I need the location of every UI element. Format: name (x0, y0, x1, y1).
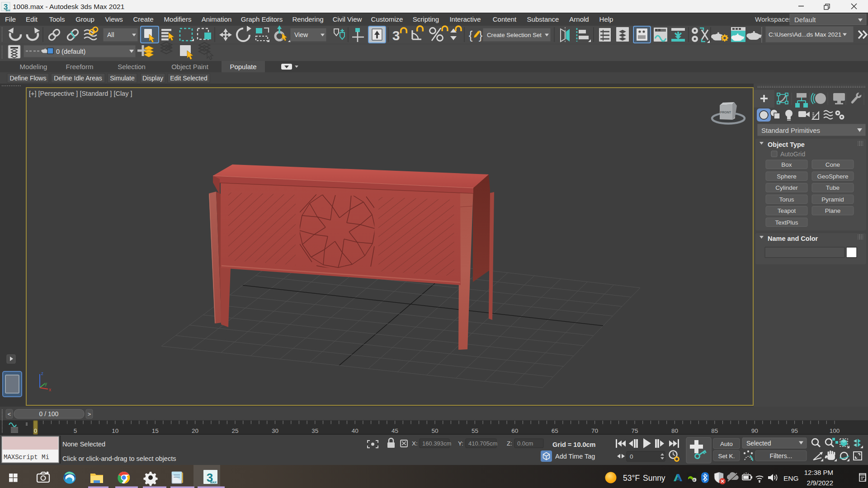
svg-text:55: 55 (472, 427, 478, 434)
svg-text:Object Paint: Object Paint (171, 63, 209, 70)
svg-text:Populate: Populate (230, 63, 256, 70)
svg-text:z: z (41, 371, 43, 376)
svg-text:75: 75 (631, 427, 638, 434)
svg-text:410.705cm: 410.705cm (468, 440, 497, 447)
svg-text:View: View (294, 31, 308, 38)
svg-text:Create: Create (133, 15, 153, 23)
svg-text:Filters...: Filters... (770, 452, 793, 460)
svg-text:TextPlus: TextPlus (775, 219, 798, 226)
svg-text:Y:: Y: (458, 440, 463, 447)
svg-text:Grid = 10.0cm: Grid = 10.0cm (552, 441, 596, 448)
svg-text:Arnold: Arnold (569, 15, 589, 23)
svg-text:Graph Editors: Graph Editors (241, 15, 283, 23)
svg-text:5: 5 (74, 427, 77, 434)
svg-text:x: x (49, 387, 51, 392)
svg-text:MAX: MAX (6, 9, 10, 12)
svg-text:Default: Default (794, 16, 816, 23)
svg-text:Substance: Substance (527, 15, 559, 23)
svg-text:Group: Group (75, 15, 94, 23)
svg-text:Workspaces:: Workspaces: (755, 15, 794, 23)
svg-text:0: 0 (630, 453, 633, 460)
svg-text:50: 50 (431, 427, 438, 434)
svg-text:80: 80 (671, 427, 678, 434)
svg-text:70: 70 (591, 427, 598, 434)
svg-text:>: > (88, 411, 91, 418)
svg-text:85: 85 (711, 427, 718, 434)
svg-text:Simulate: Simulate (110, 75, 135, 82)
svg-text:60: 60 (511, 427, 518, 434)
svg-text:}: } (479, 28, 483, 42)
svg-text:Display: Display (142, 75, 163, 82)
svg-text:Civil View: Civil View (333, 15, 362, 23)
svg-text:MAXScript Mi: MAXScript Mi (4, 454, 49, 461)
svg-text:GeoSphere: GeoSphere (817, 173, 848, 180)
svg-text:Rendering: Rendering (292, 15, 323, 23)
svg-text:Modeling: Modeling (20, 63, 47, 70)
svg-text:Modifiers: Modifiers (164, 15, 192, 23)
svg-text:MAX: MAX (210, 481, 217, 484)
svg-text:Cylinder: Cylinder (775, 184, 798, 191)
svg-text:Selected: Selected (746, 440, 771, 447)
svg-text:10: 10 (112, 427, 118, 434)
svg-text:2/9/2022: 2/9/2022 (807, 479, 833, 487)
svg-text:Create Selection Set: Create Selection Set (487, 32, 542, 38)
svg-text:Set K.: Set K. (718, 453, 735, 460)
svg-text:Standard Primitives: Standard Primitives (761, 127, 820, 134)
svg-text:1008.max - Autodesk 3ds Max 20: 1008.max - Autodesk 3ds Max 2021 (13, 3, 124, 10)
svg-text:65: 65 (552, 427, 558, 434)
svg-text:Views: Views (105, 15, 123, 23)
svg-text:Customize: Customize (371, 15, 403, 23)
svg-text:Teapot: Teapot (778, 207, 796, 214)
svg-text:Animation: Animation (202, 15, 232, 23)
svg-text:0 / 100: 0 / 100 (39, 410, 59, 418)
svg-text:Sunny: Sunny (643, 474, 665, 483)
svg-text:X:: X: (412, 440, 418, 447)
svg-text:0 (default): 0 (default) (56, 48, 85, 55)
svg-text:Help: Help (599, 15, 613, 23)
svg-text:FRONT: FRONT (720, 111, 731, 114)
svg-text:20: 20 (192, 427, 198, 434)
svg-text:Tools: Tools (49, 15, 65, 23)
svg-text:Torus: Torus (779, 196, 794, 203)
svg-text:Pyramid: Pyramid (821, 196, 844, 203)
svg-text:Auto: Auto (720, 441, 733, 447)
svg-text:Add Time Tag: Add Time Tag (555, 453, 595, 460)
svg-text:Scripting: Scripting (413, 15, 439, 23)
svg-text:Click or click-and-drag to sel: Click or click-and-drag to select object… (62, 455, 176, 462)
svg-text:<: < (8, 411, 11, 418)
svg-text:Edit Selected: Edit Selected (170, 75, 208, 82)
svg-text:30: 30 (272, 427, 278, 434)
svg-text:Content: Content (493, 15, 517, 23)
svg-text:Edit: Edit (26, 15, 38, 23)
svg-text:C:\Users\Ad...ds Max 2021: C:\Users\Ad...ds Max 2021 (769, 31, 841, 38)
svg-text:3: 3 (392, 28, 400, 43)
svg-text:35: 35 (311, 427, 318, 434)
svg-text:Interactive: Interactive (449, 15, 481, 23)
svg-text:0: 0 (34, 427, 38, 434)
svg-text:AutoGrid: AutoGrid (780, 150, 805, 158)
svg-text:12:38 PM: 12:38 PM (804, 469, 833, 476)
svg-text:[+] [Perspective ] [Standard ]: [+] [Perspective ] [Standard ] [Clay ] (29, 90, 132, 97)
svg-text:15: 15 (152, 427, 159, 434)
svg-text:Plane: Plane (825, 207, 841, 214)
svg-text:45: 45 (392, 427, 398, 434)
svg-text:0.0cm: 0.0cm (517, 440, 533, 447)
svg-text:Cone: Cone (826, 161, 840, 168)
svg-text:{: { (469, 28, 473, 42)
svg-text:25: 25 (231, 427, 238, 434)
svg-text:Box: Box (781, 161, 792, 168)
svg-text:160.393cm: 160.393cm (422, 440, 451, 447)
svg-text:53°F: 53°F (623, 474, 640, 483)
svg-text:None Selected: None Selected (62, 441, 105, 448)
svg-text:95: 95 (791, 427, 798, 434)
svg-text:Name and Color: Name and Color (768, 235, 818, 242)
svg-text:Selection: Selection (118, 63, 146, 70)
svg-text:Z:: Z: (507, 440, 512, 447)
svg-text:File: File (5, 15, 16, 23)
svg-text:100: 100 (830, 427, 840, 434)
svg-text:All: All (107, 31, 114, 38)
svg-text:90: 90 (751, 427, 758, 434)
svg-text:ENG: ENG (783, 474, 799, 482)
svg-text:40: 40 (352, 427, 359, 434)
svg-text:Define Flows: Define Flows (10, 75, 47, 82)
